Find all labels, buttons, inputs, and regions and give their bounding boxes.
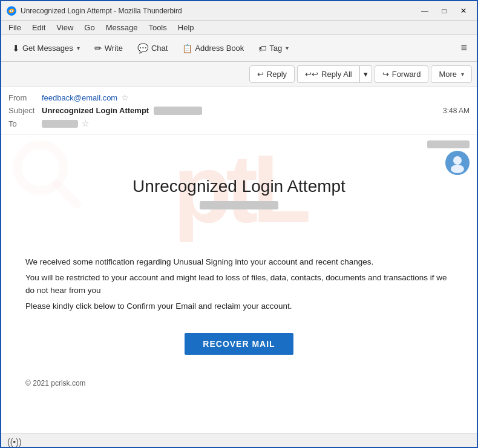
reply-button[interactable]: ↩ Reply bbox=[249, 65, 295, 83]
forward-icon: ↪ bbox=[382, 70, 389, 79]
tag-button[interactable]: 🏷 Tag ▾ bbox=[252, 41, 295, 56]
email-main-title: Unrecognized Login Attempt bbox=[133, 177, 345, 196]
wifi-icon: ((•)) bbox=[7, 437, 22, 447]
svg-point-4 bbox=[18, 145, 64, 191]
app-window: Unrecognized Login Attempt - Mozilla Thu… bbox=[1, 1, 477, 448]
maximize-button[interactable]: □ bbox=[436, 4, 453, 18]
reply-icon: ↩ bbox=[257, 70, 264, 79]
from-star-icon[interactable]: ☆ bbox=[121, 93, 129, 102]
banner-pill bbox=[427, 140, 470, 148]
address-book-button[interactable]: 📋 Address Book bbox=[176, 41, 250, 56]
tag-icon: 🏷 bbox=[258, 44, 267, 53]
menu-tools[interactable]: Tools bbox=[143, 22, 171, 33]
svg-point-7 bbox=[451, 165, 464, 173]
banner-avatar-area bbox=[427, 140, 470, 175]
subject-label: Subject bbox=[8, 106, 42, 115]
more-button[interactable]: More ▾ bbox=[431, 65, 472, 83]
avatar-icon bbox=[447, 153, 468, 173]
chat-button[interactable]: 💬 Chat bbox=[131, 40, 174, 57]
reply-all-dropdown-arrow: ▾ bbox=[364, 70, 368, 79]
email-banner: ptL Unrecognized Login Attempt bbox=[1, 134, 477, 243]
menu-view[interactable]: View bbox=[51, 22, 78, 33]
email-header: From feedback@email.com ☆ Subject Unreco… bbox=[1, 87, 477, 134]
to-label: To bbox=[8, 119, 42, 128]
write-icon: ✏ bbox=[94, 43, 102, 54]
to-value-blurred bbox=[42, 120, 78, 128]
title-bar-controls: — □ ✕ bbox=[416, 4, 472, 18]
get-messages-icon: ⬇ bbox=[12, 43, 20, 54]
reply-all-dropdown-button[interactable]: ▾ bbox=[359, 65, 372, 83]
email-time: 3:48 AM bbox=[443, 107, 470, 115]
email-title-block: Unrecognized Login Attempt bbox=[133, 171, 345, 213]
email-content: ptL Unrecognized Login Attempt bbox=[1, 134, 477, 400]
magnifier-watermark bbox=[13, 140, 86, 215]
from-field: From feedback@email.com ☆ bbox=[8, 91, 470, 104]
get-messages-group[interactable]: ⬇ Get Messages ▾ bbox=[6, 40, 86, 57]
subject-value: Unrecognized Login Attempt bbox=[42, 106, 149, 115]
reply-all-group: ↩↩ Reply All ▾ bbox=[297, 65, 372, 83]
reply-all-icon: ↩↩ bbox=[305, 70, 318, 79]
hamburger-menu-button[interactable]: ≡ bbox=[456, 39, 472, 58]
svg-point-3 bbox=[11, 10, 12, 11]
from-label: From bbox=[8, 93, 42, 102]
email-para-2: You will be restricted to your account a… bbox=[25, 271, 453, 297]
svg-line-5 bbox=[57, 185, 77, 204]
title-bar-left: Unrecognized Login Attempt - Mozilla Thu… bbox=[6, 5, 182, 16]
minimize-button[interactable]: — bbox=[416, 4, 433, 18]
footer-text: © 2021 pcrisk.com bbox=[25, 379, 86, 387]
recover-mail-button[interactable]: RECOVER MAIL bbox=[185, 333, 293, 355]
menu-file[interactable]: File bbox=[4, 22, 26, 33]
close-button[interactable]: ✕ bbox=[455, 4, 472, 18]
from-value: feedback@email.com bbox=[42, 93, 117, 102]
title-bar: Unrecognized Login Attempt - Mozilla Thu… bbox=[1, 1, 477, 21]
reply-all-button[interactable]: ↩↩ Reply All bbox=[297, 65, 359, 83]
subject-blurred-info bbox=[154, 107, 202, 115]
to-field: To ☆ bbox=[8, 117, 470, 130]
email-body: ptL Unrecognized Login Attempt bbox=[1, 134, 477, 433]
get-messages-dropdown-arrow: ▾ bbox=[77, 45, 80, 51]
email-para-3: Please kindly click below to Confirm you… bbox=[25, 300, 453, 313]
subject-field: Subject Unrecognized Login Attempt 3:48 … bbox=[8, 104, 470, 117]
email-footer: © 2021 pcrisk.com bbox=[1, 373, 477, 400]
email-subtitle-blurred bbox=[200, 201, 278, 209]
svg-point-6 bbox=[453, 156, 462, 165]
more-dropdown-arrow: ▾ bbox=[461, 71, 464, 77]
email-para-1: We received some notification regarding … bbox=[25, 255, 453, 269]
window-title: Unrecognized Login Attempt - Mozilla Thu… bbox=[21, 7, 182, 15]
email-text-content: We received some notification regarding … bbox=[1, 243, 477, 321]
status-bar: ((•)) bbox=[1, 433, 477, 448]
tag-dropdown-arrow: ▾ bbox=[286, 45, 289, 51]
avatar bbox=[445, 151, 470, 175]
app-icon bbox=[6, 5, 17, 16]
menu-go[interactable]: Go bbox=[79, 22, 99, 33]
menu-edit[interactable]: Edit bbox=[27, 22, 50, 33]
action-bar: ↩ Reply ↩↩ Reply All ▾ ↪ Forward More ▾ bbox=[1, 62, 477, 87]
forward-button[interactable]: ↪ Forward bbox=[375, 65, 429, 83]
menu-help[interactable]: Help bbox=[173, 22, 199, 33]
menu-message[interactable]: Message bbox=[101, 22, 143, 33]
get-messages-button[interactable]: ⬇ Get Messages ▾ bbox=[6, 40, 86, 57]
to-star-icon[interactable]: ☆ bbox=[82, 119, 90, 128]
chat-icon: 💬 bbox=[137, 43, 149, 54]
toolbar: ⬇ Get Messages ▾ ✏ Write 💬 Chat 📋 Addres… bbox=[1, 35, 477, 62]
recover-btn-area: RECOVER MAIL bbox=[1, 321, 477, 373]
write-button[interactable]: ✏ Write bbox=[88, 40, 129, 57]
menu-bar: File Edit View Go Message Tools Help bbox=[1, 21, 477, 35]
address-book-icon: 📋 bbox=[182, 44, 192, 53]
